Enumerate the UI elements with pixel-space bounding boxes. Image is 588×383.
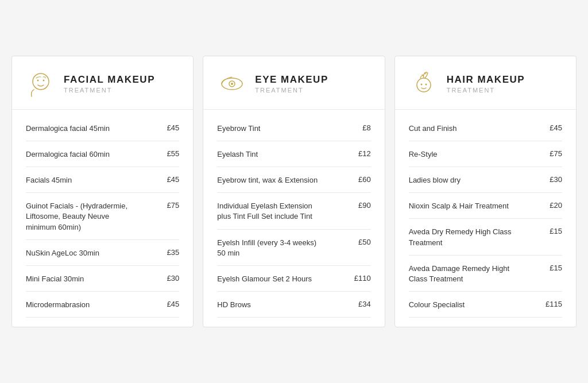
service-name: Microdermabrasion xyxy=(26,300,90,310)
service-item: Cut and Finish£45 xyxy=(409,115,562,141)
card-title: FACIAL MAKEUP xyxy=(64,74,155,86)
service-item: Ladies blow dry£30 xyxy=(409,167,562,193)
card-body-facial-makeup: Dermalogica facial 45min£45Dermalogica f… xyxy=(12,110,193,327)
card-title-block: HAIR MAKEUPTREATMENT xyxy=(447,74,525,94)
service-name: Eyelsh Glamour Set 2 Hours xyxy=(217,274,312,284)
service-item: Facials 45min£45 xyxy=(26,167,179,193)
card-body-eye-makeup: Eyebrow Tint£8Eyelash Tint£12Eyebrow tin… xyxy=(203,110,384,327)
service-price: £34 xyxy=(358,300,371,308)
service-price: £115 xyxy=(546,300,562,308)
service-price: £45 xyxy=(167,300,180,308)
service-price: £75 xyxy=(550,149,562,158)
service-item: Aveda Damage Remedy Hight Class Treatmen… xyxy=(409,256,562,292)
service-item: Re-Style£75 xyxy=(409,141,562,167)
service-name: Nioxin Scalp & Hair Treatment xyxy=(409,201,509,211)
card-subtitle: TREATMENT xyxy=(64,87,155,94)
card-hair-makeup: HAIR MAKEUPTREATMENTCut and Finish£45Re-… xyxy=(394,56,577,328)
service-name: Re-Style xyxy=(409,149,438,160)
service-item: NuSkin AgeLoc 30min£35 xyxy=(26,240,179,266)
service-name: Ladies blow dry xyxy=(409,175,461,185)
svg-point-5 xyxy=(231,83,233,85)
service-name: Colour Specialist xyxy=(409,300,465,310)
service-price: £12 xyxy=(358,149,371,158)
service-item: Eyebrow Tint£8 xyxy=(217,115,370,141)
service-item: Colour Specialist£115 xyxy=(409,292,562,318)
service-name: Dermalogica facial 60min xyxy=(26,149,110,160)
service-name: Eyelash Tint xyxy=(217,149,258,160)
svg-point-2 xyxy=(43,79,45,81)
card-header-facial-makeup: FACIAL MAKEUPTREATMENT xyxy=(12,56,193,110)
service-item: Dermalogica facial 60min£55 xyxy=(26,141,179,167)
service-item: Eyelash Tint£12 xyxy=(217,141,370,167)
service-name: Cut and Finish xyxy=(409,123,457,134)
service-name: Mini Facial 30min xyxy=(26,274,84,284)
service-price: £8 xyxy=(362,123,370,132)
service-price: £60 xyxy=(358,175,371,184)
service-item: Nioxin Scalp & Hair Treatment£20 xyxy=(409,193,562,219)
card-facial-makeup: FACIAL MAKEUPTREATMENTDermalogica facial… xyxy=(11,56,194,328)
svg-point-7 xyxy=(420,83,422,85)
card-subtitle: TREATMENT xyxy=(447,87,525,94)
svg-point-1 xyxy=(37,79,39,81)
service-price: £90 xyxy=(358,201,371,210)
service-price: £75 xyxy=(167,201,180,210)
eye-icon xyxy=(217,69,247,99)
service-price: £55 xyxy=(167,149,180,158)
hair-icon xyxy=(409,69,439,99)
service-item: Dermalogica facial 45min£45 xyxy=(26,115,179,141)
service-item: Individual Eyelash Extension plus Tint F… xyxy=(217,193,370,229)
svg-point-0 xyxy=(33,73,49,90)
service-item: Microdermabrasion£45 xyxy=(26,292,179,318)
service-price: £110 xyxy=(354,274,371,283)
service-item: Eyelsh Infill (every 3-4 weeks) 50 min£5… xyxy=(217,230,370,266)
service-price: £15 xyxy=(550,264,562,272)
service-price: £15 xyxy=(550,227,562,235)
svg-point-6 xyxy=(417,78,431,92)
cards-container: FACIAL MAKEUPTREATMENTDermalogica facial… xyxy=(11,56,577,328)
service-item: Mini Facial 30min£30 xyxy=(26,266,179,292)
service-name: Facials 45min xyxy=(26,175,72,185)
service-price: £20 xyxy=(550,201,562,210)
service-price: £45 xyxy=(167,123,180,132)
service-name: Individual Eyelash Extension plus Tint F… xyxy=(217,201,324,222)
service-name: Eyebrow Tint xyxy=(217,123,260,134)
card-title: HAIR MAKEUP xyxy=(447,74,525,86)
service-price: £45 xyxy=(550,123,562,132)
card-header-hair-makeup: HAIR MAKEUPTREATMENT xyxy=(395,56,576,110)
service-item: Eyelsh Glamour Set 2 Hours£110 xyxy=(217,266,370,292)
service-name: NuSkin AgeLoc 30min xyxy=(26,248,99,258)
card-eye-makeup: EYE MAKEUPTREATMENTEyebrow Tint£8Eyelash… xyxy=(203,56,385,328)
service-item: Eyebrow tint, wax & Extension£60 xyxy=(217,167,370,193)
card-title-block: EYE MAKEUPTREATMENT xyxy=(255,74,328,94)
service-item: HD Brows£34 xyxy=(217,292,370,318)
service-name: Aveda Damage Remedy Hight Class Treatmen… xyxy=(409,264,516,284)
service-name: Guinot Facials - (Hydradermie, Liftosome… xyxy=(26,201,133,233)
service-item: Guinot Facials - (Hydradermie, Liftosome… xyxy=(26,193,179,240)
service-price: £45 xyxy=(167,175,180,184)
service-price: £30 xyxy=(550,175,562,184)
card-header-eye-makeup: EYE MAKEUPTREATMENT xyxy=(203,56,384,110)
service-name: Eyelsh Infill (every 3-4 weeks) 50 min xyxy=(217,238,324,258)
card-title: EYE MAKEUP xyxy=(255,74,328,86)
svg-point-8 xyxy=(425,83,427,85)
card-body-hair-makeup: Cut and Finish£45Re-Style£75Ladies blow … xyxy=(395,110,576,327)
service-price: £50 xyxy=(358,238,371,246)
service-name: Eyebrow tint, wax & Extension xyxy=(217,175,318,185)
card-subtitle: TREATMENT xyxy=(255,87,328,94)
service-price: £35 xyxy=(167,248,180,257)
face-icon xyxy=(26,69,56,99)
service-name: HD Brows xyxy=(217,300,251,310)
service-item: Aveda Dry Remedy High Class Treatment£15 xyxy=(409,219,562,255)
service-name: Dermalogica facial 45min xyxy=(26,123,110,134)
service-name: Aveda Dry Remedy High Class Treatment xyxy=(409,227,516,247)
card-title-block: FACIAL MAKEUPTREATMENT xyxy=(64,74,155,94)
service-price: £30 xyxy=(167,274,180,283)
